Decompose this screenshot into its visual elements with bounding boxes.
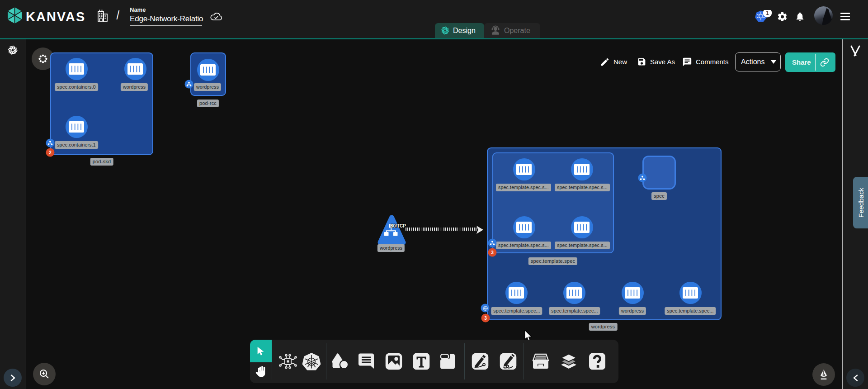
svg-text:1: 1 [766,10,769,16]
